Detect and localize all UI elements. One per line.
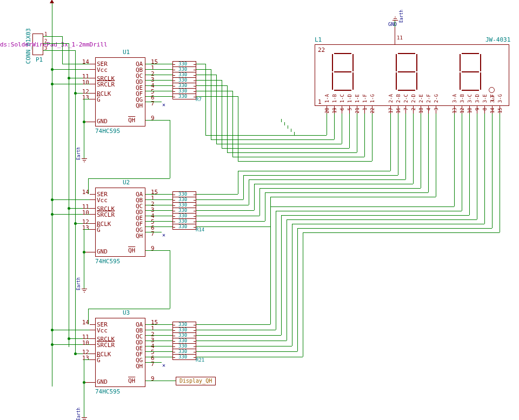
wire (52, 199, 90, 200)
display-seg-label: 2-E (418, 94, 424, 103)
wire-qh-u1u2 (145, 120, 170, 121)
wire-qh-u1u2 (88, 178, 89, 194)
gnd-earth: Earth (76, 277, 81, 290)
wire (145, 194, 172, 195)
pinstub (90, 208, 95, 209)
connector-footprint: ds:SolderWirePad_3x_1-2mmDrill (0, 41, 108, 48)
display-seg-pinnum: 12 (460, 108, 465, 114)
wire (291, 129, 291, 132)
junction (74, 352, 77, 355)
wire (196, 210, 254, 211)
wire (297, 228, 298, 351)
wire (297, 228, 492, 229)
wire (196, 216, 260, 216)
junction (68, 337, 70, 340)
wire (84, 229, 90, 230)
gnd-symbol (82, 158, 87, 162)
u1-pin-name: G (97, 96, 101, 103)
u1-pin-num: 14 (81, 58, 89, 65)
u2-ref: U2 (123, 179, 130, 186)
wire (84, 359, 90, 360)
wire (436, 114, 436, 197)
wire (395, 21, 395, 27)
display-seg-label: 1-G (370, 94, 375, 103)
display-seg-pinnum: 19 (332, 108, 337, 114)
junction (74, 92, 77, 95)
wire (196, 330, 276, 330)
display-seg-pinnum: 15 (497, 108, 503, 114)
wire (52, 69, 90, 70)
display-seg-label: 1-E (355, 94, 360, 103)
no-connect: ✕ (162, 103, 166, 106)
wire-ser-bus (62, 36, 63, 64)
resistor-array-r7: 330 330 330 330 330 330 330 (172, 61, 196, 99)
wire-qh-u2u3 (88, 309, 170, 309)
wire (288, 125, 288, 129)
wire (232, 157, 364, 157)
junction (83, 381, 85, 384)
wire (303, 232, 500, 233)
display-seg-label: 1-D (347, 94, 352, 103)
wire (196, 346, 292, 346)
u3-qhp-name: QH (128, 377, 135, 384)
wire (227, 85, 228, 152)
pinstub (84, 122, 95, 122)
wire (216, 144, 342, 144)
wire (211, 139, 334, 140)
u3-pin-num: 13 (81, 355, 89, 362)
u2-pin-num: 7 (151, 230, 155, 237)
wire (364, 114, 365, 157)
wire (294, 132, 295, 135)
wire (390, 114, 391, 171)
junction (68, 207, 70, 210)
wire (145, 64, 172, 64)
wire (421, 114, 421, 188)
wire-qh-u1u2 (170, 120, 170, 178)
pinstub (90, 359, 95, 360)
display-ref: L1 (315, 36, 322, 43)
wire (196, 80, 222, 81)
display-pin1: 1 (318, 98, 322, 105)
wire (238, 161, 372, 162)
u2-pin-num: 13 (81, 224, 89, 231)
gnd-symbol (82, 417, 87, 420)
wire (270, 206, 271, 324)
u2-qhp-num: 9 (151, 245, 155, 252)
display-digit-1 (331, 53, 355, 91)
wire (196, 351, 297, 352)
wire (145, 210, 172, 211)
u3-pin-num: 10 (81, 339, 89, 346)
wire (243, 175, 244, 199)
wire (196, 69, 211, 70)
res-row: 330 (172, 94, 196, 99)
junction (51, 83, 54, 85)
pinstub (90, 84, 95, 84)
wire-rclk-bus (75, 50, 76, 354)
display-seg-pinnum: 6 (340, 108, 345, 110)
u3-gnd: GND (97, 378, 108, 385)
u1-qhp-num: 9 (151, 115, 155, 122)
wire (196, 64, 205, 64)
wire (462, 114, 462, 211)
wire-qh-u1u2 (88, 178, 170, 179)
pinstub (90, 330, 95, 330)
display-seg-pinnum: 21 (355, 108, 360, 114)
wire (145, 232, 162, 232)
wire (145, 96, 172, 97)
wire (281, 215, 282, 335)
u1-ref: U1 (123, 49, 130, 56)
res-row: 330 (172, 224, 196, 230)
gnd-symbol (82, 289, 87, 292)
display-seg-pinnum: 4 (426, 108, 431, 110)
wire-display-qh (145, 381, 176, 381)
wire (254, 184, 255, 210)
no-connect: ✕ (162, 233, 166, 237)
wire (405, 114, 406, 179)
display-digit-2 (395, 53, 418, 91)
wire (84, 359, 84, 417)
wire (276, 211, 276, 330)
display-dp (489, 87, 495, 93)
wire (145, 199, 172, 200)
wire (84, 99, 90, 99)
display-seg-label: 2-F (426, 94, 431, 103)
